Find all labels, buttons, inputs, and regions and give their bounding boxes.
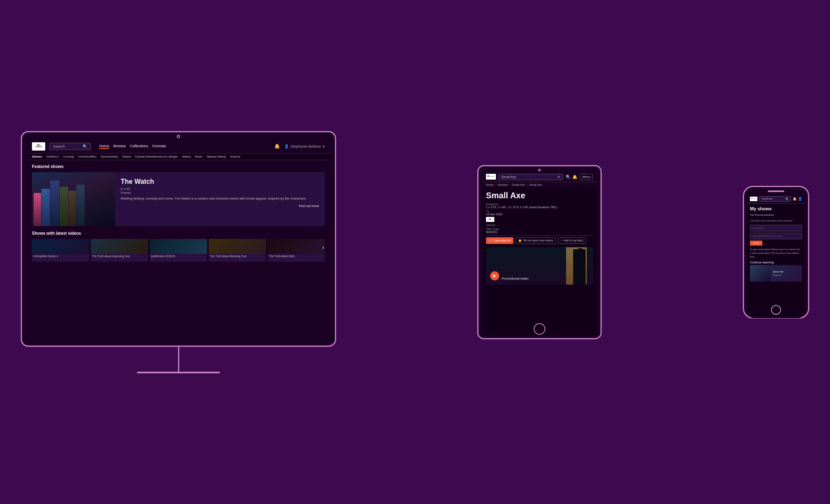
notify-button[interactable]: 🔔 Tell me about new videos: [515, 237, 556, 244]
featured-find-out-more-link[interactable]: Find out more: [121, 204, 319, 208]
tablet-wrapper: BBC STUDIOS Small Axe ✕ 🔍 🔔 Menu Ho: [477, 165, 602, 339]
phone-screen: BBC STUDIOS Small Axe 🔍 🔔 👤 My shows: [747, 195, 805, 318]
genre-music[interactable]: Music: [195, 155, 203, 158]
tablet-actions: 🔗 Copy page link 🔔 Tell me about new vid…: [486, 237, 593, 244]
tablet-video-thumb[interactable]: ▶ Promotional trailer: [486, 247, 593, 285]
tablet-search-icon[interactable]: 🔍: [566, 175, 571, 179]
list-name-input[interactable]: List name: [750, 225, 802, 231]
list-description-input[interactable]: Describe what's in your list: [750, 233, 802, 239]
nav-link-home[interactable]: Home: [99, 144, 109, 149]
genre-documentary[interactable]: Documentary: [101, 155, 118, 158]
tablet-bbc-badge: BBC: [486, 217, 494, 222]
duration-value: 1 x 12'0, 1 x 60', 1 x 70' & 2 x 65' (ex…: [486, 206, 593, 209]
breadcrumb-browse[interactable]: Browse: [498, 183, 508, 186]
genre-bar: Genres Children's Comedy Current Affairs…: [27, 153, 330, 160]
video-label-5: The Truth About Gett...: [268, 254, 325, 259]
latest-section-title: Shows with latest videos: [32, 231, 325, 236]
featured-image: [32, 172, 115, 226]
phone-nav-icons: 🔔 👤: [793, 197, 802, 201]
phone-nav: BBC STUDIOS Small Axe 🔍 🔔 👤: [747, 195, 805, 204]
copy-link-button[interactable]: 🔗 Copy page link: [486, 237, 513, 244]
phone-search-input[interactable]: Small Axe 🔍: [759, 196, 791, 202]
genre-comedy[interactable]: Comedy: [63, 155, 74, 158]
send-button[interactable]: Send: [750, 241, 762, 246]
genre-natural-history[interactable]: Natural History: [207, 155, 226, 158]
tx-value: 15 Nov 2020: [486, 213, 593, 216]
genre-drama[interactable]: Drama: [122, 155, 131, 158]
video-label-4: The Truth About Boosting Your: [209, 254, 266, 259]
continue-watching-thumb[interactable]: Show title Continue: [750, 265, 802, 282]
phone-search-value: Small Axe: [762, 197, 773, 200]
user-menu[interactable]: 👤 Stephanie Bettiner ▾: [284, 144, 325, 149]
video-thumb-1[interactable]: Unforgotten Series 4: [32, 239, 89, 262]
play-button[interactable]: ▶: [490, 271, 499, 280]
phone-user-icon[interactable]: 👤: [798, 197, 802, 201]
continue-thumb-image: [750, 265, 771, 282]
chevron-down-icon: ▾: [323, 144, 325, 149]
featured-section-title: Featured shows: [32, 164, 325, 169]
my-shows-title: My shows: [750, 206, 802, 211]
phone-content: My shows Your Recommendations You don't …: [747, 204, 805, 284]
featured-info: The Watch 8 x 45' Drama Melding fantasy,…: [115, 172, 325, 226]
video-label-3: EastEnders 2020/21: [150, 254, 207, 259]
video-label: Promotional trailer: [502, 277, 529, 280]
featured-show-meta: 8 x 45' Drama: [121, 187, 319, 195]
video-thumb-2[interactable]: The Truth About Improving Your: [91, 239, 148, 262]
tx-label: Tx: [486, 210, 593, 213]
desktop-nav-links: Home Browse Collections Formats: [99, 144, 166, 149]
duration-label: Durations: [486, 203, 593, 206]
user-icon: 👤: [284, 144, 289, 149]
tablet-close-icon[interactable]: ✕: [557, 175, 560, 179]
nav-link-formats[interactable]: Formats: [152, 144, 166, 149]
video-thumb-3[interactable]: EastEnders 2020/21: [150, 239, 207, 262]
genre-label: Genres: [486, 224, 593, 226]
genre-childrens[interactable]: Children's: [46, 155, 59, 158]
copy-link-label: Copy page link: [493, 239, 511, 242]
add-label: Add to my list(s): [564, 239, 583, 242]
search-icon: 🔍: [83, 144, 87, 149]
tablet-nav-icons: 🔍 🔔: [566, 175, 577, 179]
notify-label: Tell me about new videos: [523, 239, 553, 242]
tablet-search-input[interactable]: Small Axe ✕: [498, 174, 563, 180]
phone-frame: BBC STUDIOS Small Axe 🔍 🔔 👤 My shows: [743, 186, 809, 319]
tablet-breadcrumb: Home › Browse › Small Axe › Small Axe: [483, 182, 596, 187]
tablet-show-title: Small Axe: [486, 191, 593, 200]
monitor-screen: BBC STUDIOS Search 🔍 Home Browse Collect…: [27, 140, 330, 343]
monitor-frame: BBC STUDIOS Search 🔍 Home Browse Collect…: [21, 131, 336, 347]
genre-science[interactable]: Science: [230, 155, 240, 158]
desktop-search-input[interactable]: Search 🔍: [49, 143, 91, 150]
genre-factual[interactable]: Factual Entertainment & Lifestyle: [135, 155, 178, 158]
phone-bbc-logo: BBC STUDIOS: [750, 197, 757, 201]
phone-home-button[interactable]: [771, 305, 781, 315]
helper-text: To get email about Shows type it in sear…: [750, 248, 802, 259]
user-name: Stephanie Bettiner: [290, 144, 321, 149]
tablet-frame: BBC STUDIOS Small Axe ✕ 🔍 🔔 Menu Ho: [477, 165, 602, 339]
continue-watching-label: Continue watching: [750, 261, 802, 264]
carousel-next-icon[interactable]: ›: [322, 244, 324, 251]
breadcrumb-home[interactable]: Home: [486, 183, 494, 186]
video-thumb-img-2: [91, 239, 148, 254]
genre-genres[interactable]: Genres: [32, 155, 42, 158]
add-to-list-button[interactable]: + Add to my list(s): [558, 237, 586, 244]
tablet-bell-icon[interactable]: 🔔: [572, 175, 577, 179]
featured-card[interactable]: The Watch 8 x 45' Drama Melding fantasy,…: [32, 172, 325, 226]
breadcrumb-small-axe-parent[interactable]: Small Axe: [512, 183, 525, 186]
bbc-studios-logo: BBC STUDIOS: [32, 142, 45, 151]
recommendations-label: Your Recommendations: [750, 213, 802, 217]
bell-icon[interactable]: 🔔: [274, 144, 280, 149]
videos-row: Unforgotten Series 4 The Truth About Imp…: [32, 239, 325, 262]
phone-bell-icon[interactable]: 🔔: [793, 197, 797, 201]
genre-history[interactable]: History: [182, 155, 191, 158]
tablet-menu-button[interactable]: Menu: [580, 174, 593, 180]
nav-link-browse[interactable]: Browse: [113, 144, 126, 149]
featured-show-title: The Watch: [121, 178, 319, 185]
video-thumb-5[interactable]: The Truth About Gett... ›: [268, 239, 325, 262]
empty-list-text: You don't have any lists at the moment: [750, 219, 802, 223]
tablet-nav: BBC STUDIOS Small Axe ✕ 🔍 🔔 Menu: [483, 172, 596, 182]
title-code-label: Title Code: [486, 228, 593, 231]
genre-current-affairs[interactable]: Current Affairs: [78, 155, 97, 158]
tablet-home-button[interactable]: [534, 323, 545, 335]
bell-notify-icon: 🔔: [518, 239, 522, 242]
video-thumb-4[interactable]: The Truth About Boosting Your: [209, 239, 266, 262]
nav-link-collections[interactable]: Collections: [130, 144, 148, 149]
